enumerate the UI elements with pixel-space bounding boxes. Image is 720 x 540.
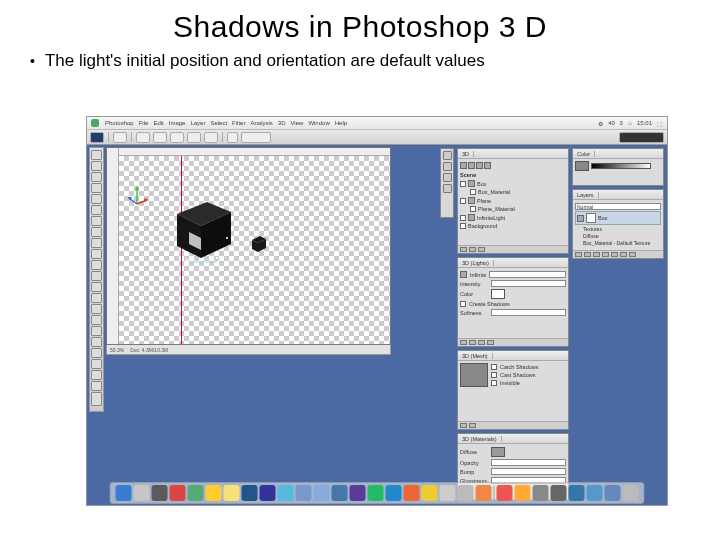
eyedropper-tool-icon[interactable]: [91, 205, 102, 215]
pen-tool-icon[interactable]: [91, 304, 102, 314]
mask-icon[interactable]: [593, 252, 600, 257]
dock-app-icon[interactable]: [152, 485, 168, 501]
canvas[interactable]: [119, 156, 390, 344]
3d-cube-small[interactable]: [249, 234, 269, 254]
tab-3d-mesh[interactable]: 3D (Mesh): [458, 353, 493, 359]
hand-tool-icon[interactable]: [91, 370, 102, 380]
layer-sub-default-tex[interactable]: Box_Material - Default Texture: [575, 240, 661, 246]
zoom-tool-icon[interactable]: [91, 381, 102, 391]
panel-btn[interactable]: [469, 340, 476, 345]
3d-axis-widget[interactable]: [125, 184, 149, 208]
menulet-3[interactable]: ≡: [620, 120, 624, 127]
chk-cast[interactable]: [491, 372, 497, 378]
path-tool-icon[interactable]: [91, 326, 102, 336]
menu-filter[interactable]: Filter: [232, 120, 245, 126]
tab-3d[interactable]: 3D: [458, 151, 474, 157]
panel-btn[interactable]: [460, 340, 467, 345]
layer-row[interactable]: Box: [575, 211, 661, 225]
opt-home-icon[interactable]: [227, 132, 238, 143]
type-tool-icon[interactable]: [91, 315, 102, 325]
filter-material-icon[interactable]: [476, 162, 483, 169]
marquee-tool-icon[interactable]: [91, 161, 102, 171]
strip-icon-2[interactable]: [443, 162, 452, 171]
menu-help[interactable]: Help: [335, 120, 347, 126]
strip-icon-3[interactable]: [443, 173, 452, 182]
opt-app-icon[interactable]: [90, 132, 104, 143]
chk-catch[interactable]: [491, 364, 497, 370]
panel-btn[interactable]: [469, 247, 476, 252]
opt-scale-3d[interactable]: [204, 132, 218, 143]
blend-mode-select[interactable]: Normal: [575, 203, 661, 210]
dock-app-icon[interactable]: [533, 485, 549, 501]
dock-app-icon[interactable]: [116, 485, 132, 501]
move-tool-icon[interactable]: [91, 150, 102, 160]
opt-workspace[interactable]: [619, 132, 664, 143]
adj-icon[interactable]: [602, 252, 609, 257]
vis-toggle[interactable]: [470, 206, 476, 212]
opt-tool-preset[interactable]: [113, 132, 127, 143]
vis-toggle[interactable]: [460, 223, 466, 229]
strip-icon-1[interactable]: [443, 151, 452, 160]
scene-item-box[interactable]: Box: [477, 181, 486, 187]
dodge-tool-icon[interactable]: [91, 293, 102, 303]
filter-mesh-icon[interactable]: [468, 162, 475, 169]
blur-tool-icon[interactable]: [91, 282, 102, 292]
dock-app-icon[interactable]: [350, 485, 366, 501]
menulet-2[interactable]: 40: [608, 120, 615, 127]
scene-item-box-mat[interactable]: Box_Material: [478, 189, 510, 195]
dock-app-icon[interactable]: [386, 485, 402, 501]
chk-shadows[interactable]: [460, 301, 466, 307]
eraser-tool-icon[interactable]: [91, 260, 102, 270]
tab-3d-lights[interactable]: 3D (Lights): [458, 260, 494, 266]
menu-select[interactable]: Select: [210, 120, 227, 126]
crop-tool-icon[interactable]: [91, 194, 102, 204]
dock-app-icon[interactable]: [242, 485, 258, 501]
group-icon[interactable]: [611, 252, 618, 257]
zoom-level[interactable]: 50.3%: [110, 347, 124, 353]
dock-app-icon[interactable]: [296, 485, 312, 501]
3d-camera-tool-icon[interactable]: [91, 359, 102, 369]
dock-app-icon[interactable]: [458, 485, 474, 501]
color-ramp[interactable]: [591, 163, 651, 169]
panel-btn[interactable]: [469, 423, 476, 428]
opt-roll-3d[interactable]: [153, 132, 167, 143]
dock-app-icon[interactable]: [278, 485, 294, 501]
panel-btn[interactable]: [478, 247, 485, 252]
tab-3d-materials[interactable]: 3D (Materials): [458, 436, 502, 442]
lasso-tool-icon[interactable]: [91, 172, 102, 182]
panel-btn[interactable]: [478, 340, 485, 345]
dock-app-icon[interactable]: [605, 485, 621, 501]
vis-toggle[interactable]: [460, 215, 466, 221]
opt-dropdown[interactable]: [241, 132, 271, 143]
menu-window[interactable]: Window: [308, 120, 329, 126]
menu-analysis[interactable]: Analysis: [250, 120, 272, 126]
dock-app-icon[interactable]: [497, 485, 513, 501]
vis-toggle[interactable]: [470, 189, 476, 195]
dock-app-icon[interactable]: [332, 485, 348, 501]
mat-diffuse-swatch[interactable]: [491, 447, 505, 457]
3d-cube-object[interactable]: [167, 198, 239, 264]
light-dropdown[interactable]: [489, 271, 566, 278]
strip-icon-4[interactable]: [443, 184, 452, 193]
clock[interactable]: 15:01: [637, 120, 652, 127]
chk-invisible[interactable]: [491, 380, 497, 386]
panel-btn[interactable]: [487, 340, 494, 345]
tab-layers[interactable]: Layers: [573, 192, 599, 198]
dock-app-icon[interactable]: [623, 485, 639, 501]
gradient-tool-icon[interactable]: [91, 271, 102, 281]
eye-icon[interactable]: [577, 215, 584, 222]
dock-app-icon[interactable]: [206, 485, 222, 501]
input-bump[interactable]: [491, 468, 566, 475]
fg-bg-swatch-icon[interactable]: [91, 392, 102, 406]
spotlight-icon[interactable]: ⬚: [657, 120, 663, 127]
color-swatch[interactable]: [491, 289, 505, 299]
3d-rotate-tool-icon[interactable]: [91, 348, 102, 358]
history-brush-icon[interactable]: [91, 249, 102, 259]
menu-file[interactable]: File: [139, 120, 149, 126]
dock-app-icon[interactable]: [422, 485, 438, 501]
dock-app-icon[interactable]: [260, 485, 276, 501]
input-softness[interactable]: [491, 309, 566, 316]
opt-rotate-3d[interactable]: [136, 132, 150, 143]
document-window[interactable]: [106, 147, 391, 345]
wand-tool-icon[interactable]: [91, 183, 102, 193]
